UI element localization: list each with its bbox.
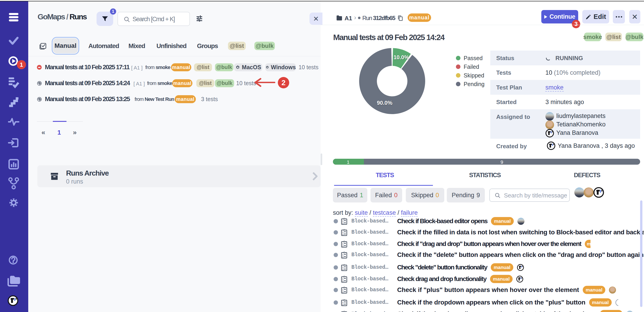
svg-text:90.0%: 90.0% (377, 100, 392, 106)
svg-text:10.0%: 10.0% (394, 54, 409, 60)
